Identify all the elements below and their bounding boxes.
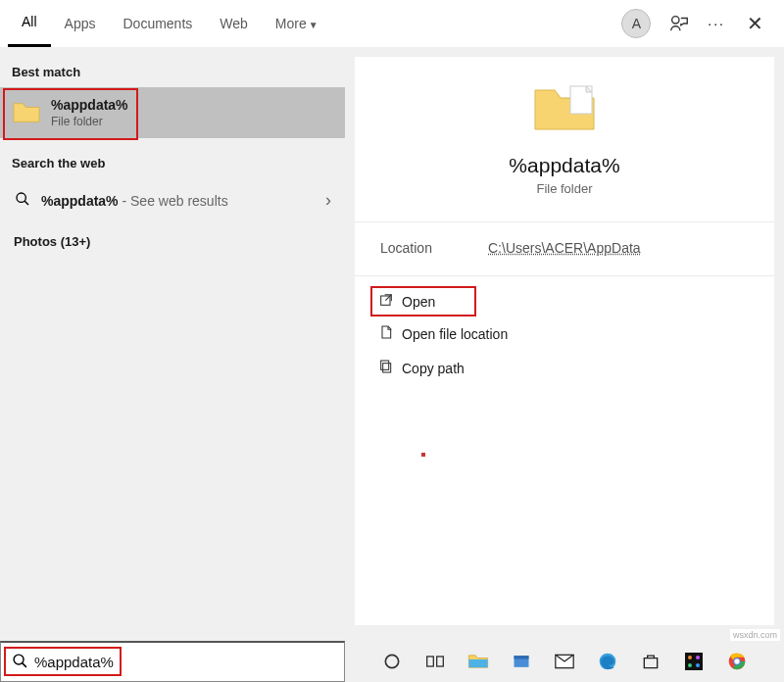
tab-apps[interactable]: Apps (51, 0, 110, 47)
file-location-icon (378, 324, 402, 343)
folder-icon (12, 100, 41, 125)
preview-title: %appdata% (509, 154, 619, 177)
search-input[interactable]: %appdata% (0, 641, 345, 682)
preview-subtitle: File folder (536, 181, 592, 196)
annotation-dot (421, 453, 425, 457)
best-match-label: Best match (0, 59, 345, 87)
svg-point-21 (696, 663, 700, 667)
svg-point-1 (17, 193, 25, 202)
close-icon[interactable]: ✕ (743, 12, 766, 35)
svg-rect-6 (381, 361, 389, 369)
cortana-icon[interactable] (381, 651, 403, 672)
chrome-icon[interactable] (726, 651, 748, 672)
task-view-icon[interactable] (424, 651, 446, 672)
svg-point-18 (688, 656, 692, 659)
app-icon[interactable] (511, 651, 532, 672)
location-path[interactable]: C:\Users\ACER\AppData (488, 240, 641, 256)
svg-point-19 (696, 656, 700, 659)
search-web-label: Search the web (0, 150, 345, 178)
preview-pane: %appdata% File folder Location C:\Users\… (355, 57, 774, 625)
app-icon-2[interactable] (683, 651, 705, 672)
svg-point-0 (672, 16, 679, 23)
best-match-result[interactable]: %appdata% File folder (0, 87, 345, 138)
search-body: Best match %appdata% File folder Search … (0, 47, 784, 635)
mail-icon[interactable] (554, 651, 575, 672)
web-result-suffix: - See web results (119, 193, 228, 209)
photos-label[interactable]: Photos (13+) (0, 222, 345, 261)
store-icon[interactable] (640, 651, 662, 672)
copy-path-label: Copy path (402, 361, 465, 376)
tab-more[interactable]: More▼ (262, 0, 332, 47)
search-icon (9, 653, 30, 672)
svg-rect-10 (427, 657, 434, 666)
svg-rect-14 (514, 656, 529, 658)
file-explorer-icon[interactable] (467, 651, 489, 672)
avatar[interactable]: A (621, 9, 651, 38)
svg-rect-5 (383, 364, 391, 372)
copy-icon (378, 359, 402, 377)
svg-point-20 (688, 663, 692, 667)
open-file-location-button[interactable]: Open file location (370, 317, 759, 351)
svg-line-2 (24, 201, 28, 205)
more-options-icon[interactable]: ··· (708, 16, 725, 31)
preview-actions: Open Open file location Copy path (355, 276, 774, 395)
svg-point-24 (734, 658, 739, 663)
tab-documents[interactable]: Documents (109, 0, 206, 47)
open-button[interactable]: Open (370, 286, 476, 317)
search-web-row[interactable]: %appdata% - See web results › (0, 178, 345, 222)
search-icon (14, 191, 31, 210)
web-query: %appdata% (41, 193, 119, 209)
chevron-right-icon: › (325, 190, 331, 211)
open-file-location-label: Open file location (402, 326, 508, 342)
svg-line-8 (22, 662, 25, 666)
feedback-icon[interactable] (668, 13, 690, 34)
search-filter-tabs: All Apps Documents Web More▼ A ··· ✕ (0, 0, 784, 47)
taskbar (345, 641, 784, 682)
svg-rect-12 (468, 659, 487, 667)
tab-all[interactable]: All (8, 0, 51, 47)
svg-point-9 (385, 655, 398, 667)
copy-path-button[interactable]: Copy path (370, 351, 759, 385)
result-title: %appdata% (51, 97, 128, 113)
tab-web[interactable]: Web (206, 0, 262, 47)
search-value: %appdata% (34, 654, 114, 670)
folder-icon-large (531, 80, 598, 140)
svg-rect-17 (685, 653, 703, 670)
location-row: Location C:\Users\ACER\AppData (355, 222, 774, 276)
svg-rect-11 (437, 657, 444, 666)
edge-icon[interactable] (597, 651, 618, 672)
chevron-down-icon: ▼ (309, 20, 318, 30)
location-label: Location (380, 240, 488, 256)
watermark: wsxdn.com (730, 629, 780, 641)
open-icon (378, 292, 402, 311)
result-subtitle: File folder (51, 115, 128, 128)
results-pane: Best match %appdata% File folder Search … (0, 47, 345, 635)
svg-point-7 (14, 655, 24, 664)
open-label: Open (402, 294, 435, 310)
